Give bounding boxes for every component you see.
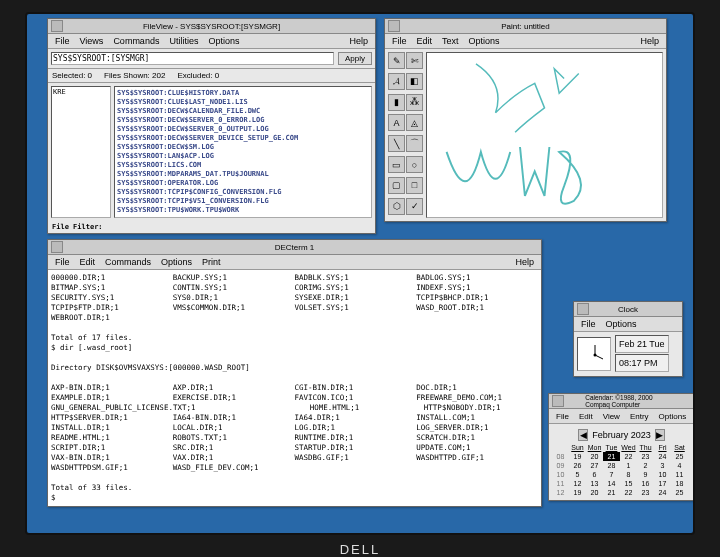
day-cell[interactable]: 24 [654, 452, 671, 461]
menu-file[interactable]: File [551, 412, 574, 421]
terminal-output[interactable]: 000000.DIR;1BACKUP.SYS;1BADBLK.SYS;1BADL… [48, 270, 541, 506]
menu-commands[interactable]: Commands [100, 257, 156, 267]
menu-edit[interactable]: Edit [412, 36, 438, 46]
day-cell[interactable]: 2 [637, 461, 654, 470]
day-cell[interactable]: 11 [671, 470, 688, 479]
day-cell[interactable]: 19 [569, 488, 586, 497]
freeselect-tool-icon[interactable]: ⬡ [388, 198, 405, 215]
day-cell[interactable]: 4 [671, 461, 688, 470]
pencil-tool-icon[interactable]: ✎ [388, 52, 405, 69]
day-cell[interactable]: 17 [654, 479, 671, 488]
rect-tool-icon[interactable]: ▭ [388, 156, 405, 173]
menu-file[interactable]: File [387, 36, 412, 46]
eraser-tool-icon[interactable]: ◧ [406, 73, 423, 90]
menu-options[interactable]: Options [654, 412, 692, 421]
terminal-titlebar[interactable]: DECterm 1 [48, 240, 541, 255]
list-item[interactable]: SYS$SYSROOT:DECW$SERVER_0_OUTPUT.LOG [117, 125, 369, 134]
day-cell[interactable]: 27 [586, 461, 603, 470]
day-cell[interactable]: 16 [637, 479, 654, 488]
fill-tool-icon[interactable]: ▮ [388, 94, 405, 111]
menu-options[interactable]: Options [464, 36, 505, 46]
day-cell[interactable]: 23 [637, 488, 654, 497]
day-cell[interactable]: 19 [569, 452, 586, 461]
menu-file[interactable]: File [576, 319, 601, 329]
list-item[interactable]: SYS$SYSROOT:LICS.COM [117, 161, 369, 170]
menu-print[interactable]: Print [197, 257, 226, 267]
oval-tool-icon[interactable]: ○ [406, 156, 423, 173]
list-item[interactable]: SYS$SYSROOT:MDPARAMS_DAT.TPU$JOURNAL [117, 170, 369, 179]
prev-month-button[interactable]: ◀ [578, 429, 588, 441]
menu-help[interactable]: Help [635, 36, 664, 46]
day-cell[interactable]: 14 [603, 479, 620, 488]
day-cell[interactable]: 20 [586, 452, 603, 461]
menu-help[interactable]: Help [510, 257, 539, 267]
day-cell[interactable]: 13 [586, 479, 603, 488]
menu-help[interactable]: Help [344, 36, 373, 46]
menu-utilities[interactable]: Utilities [164, 36, 203, 46]
paint-titlebar[interactable]: Paint: untitled [385, 19, 666, 34]
paintbrush-tool-icon[interactable]: 𝓐 [388, 73, 405, 90]
paint-canvas[interactable] [426, 52, 663, 218]
day-cell[interactable]: 24 [654, 488, 671, 497]
file-list[interactable]: SYS$SYSROOT:CLUE$HISTORY.DATASYS$SYSROOT… [114, 86, 372, 218]
day-cell[interactable]: 25 [671, 452, 688, 461]
sysmenu-icon[interactable] [51, 20, 63, 32]
roundrect-tool-icon[interactable]: ▢ [388, 177, 405, 194]
list-item[interactable]: SYS$SYSROOT:OPERATOR.LOG [117, 179, 369, 188]
day-cell[interactable]: 28 [603, 461, 620, 470]
list-item[interactable]: SYS$SYSROOT:TCPIP$V51_CONVERSION.FLG [117, 197, 369, 206]
calendar-grid[interactable]: SunMonTueWedThuFriSat0819202122232425092… [552, 443, 691, 497]
folder-tree[interactable]: KRE [51, 86, 111, 218]
next-month-button[interactable]: ▶ [655, 429, 665, 441]
sysmenu-icon[interactable] [388, 20, 400, 32]
menu-commands[interactable]: Commands [108, 36, 164, 46]
sysmenu-icon[interactable] [577, 303, 589, 315]
clock-titlebar[interactable]: Clock [574, 302, 682, 317]
scissors-tool-icon[interactable]: ✄ [406, 52, 423, 69]
day-cell[interactable]: 21 [603, 488, 620, 497]
menu-help[interactable]: Help [691, 412, 695, 421]
day-cell[interactable]: 25 [671, 488, 688, 497]
menu-edit[interactable]: Edit [574, 412, 598, 421]
list-item[interactable]: SYS$SYSROOT:DECW$SERVER_0_ERROR.LOG [117, 116, 369, 125]
list-item[interactable]: SYS$SYSROOT:TPU$WORK.TPU$WORK [117, 206, 369, 215]
menu-views[interactable]: Views [75, 36, 109, 46]
apply-button[interactable]: Apply [338, 52, 372, 65]
day-cell[interactable]: 9 [637, 470, 654, 479]
menu-file[interactable]: File [50, 257, 75, 267]
list-item[interactable]: SYS$SYSROOT:TCPIP$CONFIG_CONVERSION.FLG [117, 188, 369, 197]
day-cell[interactable]: 26 [569, 461, 586, 470]
menu-edit[interactable]: Edit [75, 257, 101, 267]
menu-file[interactable]: File [50, 36, 75, 46]
list-item[interactable]: SYS$SYSROOT:DECW$SM.LOG [117, 143, 369, 152]
arc-tool-icon[interactable]: ⌒ [406, 135, 423, 152]
day-cell[interactable]: 12 [569, 479, 586, 488]
day-cell[interactable]: 21 [603, 452, 620, 461]
menu-view[interactable]: View [598, 412, 625, 421]
menu-options[interactable]: Options [601, 319, 642, 329]
text-tool-icon[interactable]: A [388, 114, 405, 131]
day-cell[interactable]: 7 [603, 470, 620, 479]
day-cell[interactable]: 18 [671, 479, 688, 488]
menu-entry[interactable]: Entry [625, 412, 654, 421]
line-tool-icon[interactable]: ╲ [388, 135, 405, 152]
day-cell[interactable]: 22 [620, 452, 637, 461]
calendar-titlebar[interactable]: Calendar: ©1988, 2000 Compaq Computer [549, 394, 694, 409]
day-cell[interactable]: 20 [586, 488, 603, 497]
select-tool-icon[interactable]: □ [406, 177, 423, 194]
day-cell[interactable]: 10 [654, 470, 671, 479]
day-cell[interactable]: 22 [620, 488, 637, 497]
day-cell[interactable]: 1 [620, 461, 637, 470]
menu-options[interactable]: Options [203, 36, 244, 46]
list-item[interactable]: SYS$SYSROOT:DECW$SERVER_DEVICE_SETUP_GE.… [117, 134, 369, 143]
day-cell[interactable]: 6 [586, 470, 603, 479]
dropper-tool-icon[interactable]: ◬ [406, 114, 423, 131]
list-item[interactable]: SYS$SYSROOT:CLUE$LAST_NODE1.LIS [117, 98, 369, 107]
day-cell[interactable]: 23 [637, 452, 654, 461]
sysmenu-icon[interactable] [552, 395, 564, 407]
fileview-titlebar[interactable]: FileView - SYS$SYSROOT:[SYSMGR] [48, 19, 375, 34]
day-cell[interactable]: 5 [569, 470, 586, 479]
list-item[interactable]: SYS$SYSROOT:LAN$ACP.LOG [117, 152, 369, 161]
menu-options[interactable]: Options [156, 257, 197, 267]
sysmenu-icon[interactable] [51, 241, 63, 253]
